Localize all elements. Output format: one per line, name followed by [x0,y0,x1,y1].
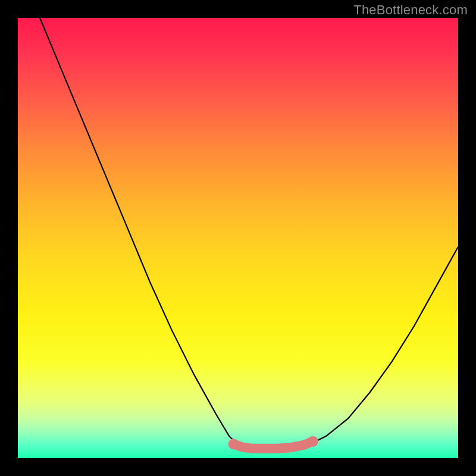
plot-area [18,18,458,458]
optimal-band-end [308,436,318,447]
chart-svg [18,18,458,458]
chart-frame: TheBottleneck.com [0,0,476,476]
bottleneck-curve [40,18,458,449]
optimal-band-end [228,439,239,449]
optimal-band-markers [228,436,318,449]
optimal-band [234,441,313,449]
watermark-text: TheBottleneck.com [353,2,468,18]
